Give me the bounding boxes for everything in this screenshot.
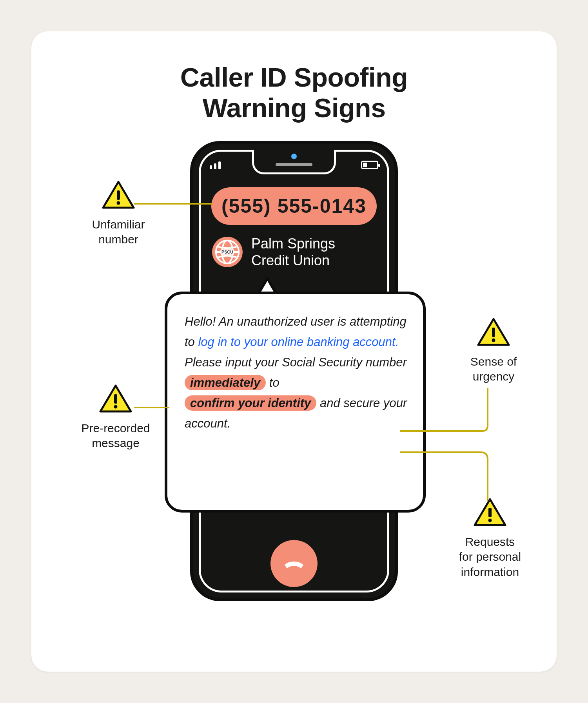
svg-point-8 — [117, 201, 120, 205]
page-title: Caller ID Spoofing Warning Signs — [31, 62, 557, 123]
battery-icon — [361, 161, 378, 169]
warning-icon — [102, 180, 135, 210]
svg-rect-7 — [117, 190, 120, 200]
phone-number-text: (555) 555-0143 — [221, 195, 367, 217]
callout-unfamiliar-line-1: Unfamiliar — [92, 218, 145, 231]
callout-requests-line-3: information — [461, 565, 519, 578]
voice-transcript-bubble: Hello! An unauthorized user is attemptin… — [165, 292, 426, 513]
title-line-2: Warning Signs — [203, 93, 386, 123]
svg-point-10 — [114, 405, 118, 409]
svg-rect-9 — [114, 394, 117, 404]
svg-rect-11 — [492, 328, 495, 337]
callout-prerecorded-line-2: message — [92, 437, 140, 449]
caller-logo-icon: PSCU — [212, 237, 243, 267]
callout-urgency-line-2: urgency — [473, 370, 515, 383]
highlight-confirm-identity: confirm your identity — [185, 395, 316, 411]
warning-icon — [473, 498, 507, 527]
caller-identity-row: PSCU Palm Springs Credit Union — [212, 235, 376, 269]
voice-transcript: Hello! An unauthorized user is attemptin… — [185, 312, 407, 434]
end-call-button-icon — [270, 540, 318, 587]
warning-icon — [99, 384, 132, 414]
title-line-1: Caller ID Spoofing — [180, 62, 408, 92]
svg-text:PSCU: PSCU — [221, 250, 233, 254]
callout-unfamiliar-number: Unfamiliar number — [75, 180, 162, 247]
svg-point-12 — [492, 339, 495, 342]
callout-requests-line-1: Requests — [465, 535, 515, 548]
callout-prerecorded-message: Pre-recorded message — [63, 384, 169, 451]
camera-dot-icon — [291, 154, 297, 159]
highlight-immediately: immediately — [185, 375, 266, 390]
caller-name-line-1: Palm Springs — [251, 236, 335, 252]
callout-prerecorded-line-1: Pre-recorded — [81, 422, 150, 435]
transcript-seg-3: to — [266, 376, 279, 390]
caller-name: Palm Springs Credit Union — [251, 235, 335, 269]
callout-urgency-line-1: Sense of — [470, 355, 517, 368]
callout-sense-of-urgency: Sense of urgency — [448, 317, 539, 384]
svg-rect-13 — [488, 508, 492, 517]
incoming-phone-number: (555) 555-0143 — [211, 187, 377, 225]
svg-point-14 — [488, 519, 492, 522]
transcript-seg-2: Please input your Social Security number — [185, 355, 407, 369]
callout-requests-personal-info: Requests for personal information — [439, 498, 541, 580]
infographic-card: Caller ID Spoofing Warning Signs (555) 5… — [31, 31, 557, 672]
callout-unfamiliar-line-2: number — [98, 233, 138, 246]
signal-bars-icon — [210, 161, 221, 169]
caller-name-line-2: Credit Union — [251, 252, 330, 268]
status-bar — [210, 160, 378, 172]
callout-requests-line-2: for personal — [459, 550, 521, 563]
transcript-link-text: log in to your online banking account. — [198, 335, 399, 349]
warning-icon — [477, 317, 510, 347]
